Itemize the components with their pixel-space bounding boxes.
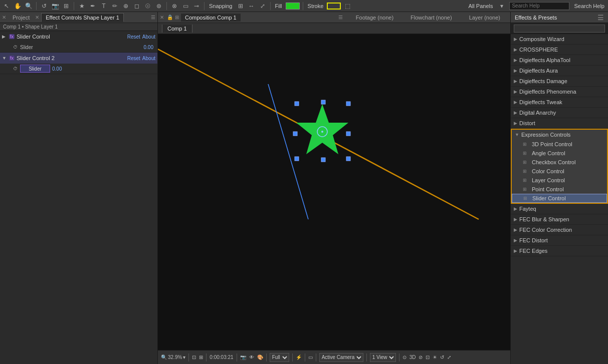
stroke-options-icon[interactable]: ⬚ [343,2,352,11]
pen-tool-icon[interactable]: ✒ [88,2,97,11]
star-shape[interactable] [293,100,350,162]
slider-control-2-about[interactable]: About [142,56,155,61]
eraser-tool-icon[interactable]: ◻ [132,2,141,11]
brush-tool-icon[interactable]: ✏ [110,2,119,11]
cat-damage-header[interactable]: ▶ Digieffects Damage [511,76,608,86]
vc-snapshot-icon[interactable]: 📷 [240,354,246,360]
slider-1-param-value[interactable]: 0.00 [144,45,153,50]
camera-track-icon[interactable]: ⊞ [62,2,71,11]
workspace-chevron-icon[interactable]: ▾ [497,2,506,11]
effect-controls-close-icon[interactable]: ✕ [35,15,39,20]
tab-composition[interactable]: Composition Comp 1 [181,14,241,22]
rect-icon[interactable]: ▭ [181,2,190,11]
cat-fec-blur-header[interactable]: ▶ FEC Blur & Sharpen [511,214,608,224]
tab-effect-controls[interactable]: Effect Controls Shape Layer 1 [41,13,124,22]
slider-1-stopwatch-icon[interactable]: ⏱ [12,44,18,50]
slider-control-1-about[interactable]: About [142,34,155,40]
vc-fit-icon[interactable]: ⊡ [192,354,196,360]
slider-1-expand-icon[interactable]: ▶ [2,34,7,39]
viewport[interactable] [158,34,510,350]
cat-crossphere-header[interactable]: ▶ CROSSPHERE [511,45,608,55]
subtab-footage[interactable]: Footage (none) [348,12,401,23]
text-tool-icon[interactable]: T [99,2,108,11]
vc-pixels-icon[interactable]: ⊡ [426,354,430,360]
vc-reset-icon[interactable]: ↺ [440,354,444,360]
vc-region-icon[interactable]: ▭ [308,354,313,360]
vc-grid-icon[interactable]: ⊞ [199,354,203,360]
vc-views-select[interactable]: 1 View [370,353,396,362]
move-behind-icon[interactable]: ⊗ [170,2,179,11]
comp-view-tab[interactable]: Comp 1 [162,25,192,33]
mask-feather-icon[interactable]: ⊸ [192,2,201,11]
effects-presets-menu-icon[interactable]: ☰ [597,14,604,22]
vc-show-snapshot-icon[interactable]: 👁 [249,354,254,360]
item-color-control[interactable]: ⊞ Color Control [512,167,607,176]
svg-point-2 [321,131,323,133]
vc-render-options-icon[interactable]: ⊙ [402,354,407,360]
left-panel-menu-icon[interactable]: ☰ [151,15,155,20]
snap-target-icon[interactable]: ↔ [247,2,256,11]
snap-source-icon[interactable]: ⤢ [258,2,267,11]
slider-2-expand-icon[interactable]: ▼ [2,56,7,61]
cat-fec-color-header[interactable]: ▶ FEC Color Correction [511,225,608,235]
cat-composite-wizard-header[interactable]: ▶ Composite Wizard [511,34,608,44]
vc-quality-select[interactable]: Full [270,353,289,362]
slider-2-stopwatch-icon[interactable]: ⏱ [12,66,18,72]
vc-exposure-icon[interactable]: ☀ [433,354,437,360]
vc-color-icon[interactable]: 🎨 [257,354,263,360]
fec-color-arrow-icon: ▶ [514,227,517,232]
fill-color-swatch[interactable] [286,3,300,10]
star-tool-icon[interactable]: ★ [77,2,86,11]
vc-camera-select[interactable]: Active Camera [319,353,363,362]
vc-time[interactable]: 0:00:03:21 [210,354,233,360]
slider-2-input[interactable] [20,65,50,73]
vc-3d-icon[interactable]: 3D [410,354,416,360]
zoom-tool-icon[interactable]: 🔍 [24,2,33,11]
lock-icon[interactable]: 🔒 [167,15,173,20]
selection-tool-icon[interactable]: ↖ [2,2,11,11]
vc-expand-icon[interactable]: ⤢ [447,354,451,360]
slider-control-2-header[interactable]: ▼ fx Slider Control 2 Reset About [0,53,157,64]
cat-fayteq-header[interactable]: ▶ Fayteq [511,204,608,214]
vc-transparency-icon[interactable]: ⊘ [419,354,423,360]
cat-distort-header[interactable]: ▶ Distort [511,118,608,128]
vc-fast-preview-icon[interactable]: ⚡ [296,354,302,360]
cat-expression-controls-header[interactable]: ▼ Expression Controls [512,130,607,140]
slider-control-2-reset[interactable]: Reset [127,56,140,61]
item-point-control[interactable]: ⊞ Point Control [512,185,607,194]
snapping-icon[interactable]: ⊞ [236,2,245,11]
slider-control-1-header[interactable]: ▶ fx Slider Control Reset About [0,31,157,42]
vc-zoom[interactable]: 🔍 32.9% ▾ [161,354,185,360]
item-checkbox-control[interactable]: ⊞ Checkbox Control [512,158,607,167]
slider-2-param-value[interactable]: 0.00 [52,66,62,72]
clone-tool-icon[interactable]: ⊕ [121,2,130,11]
cat-digital-anarchy-header[interactable]: ▶ Digital Anarchy [511,108,608,118]
tab-project[interactable]: Project [8,13,34,22]
search-help-input[interactable] [509,2,569,10]
item-angle-control[interactable]: ⊞ Angle Control [512,149,607,158]
item-slider-control[interactable]: ⊞ Slider Control [512,194,607,203]
cat-alphatool-header[interactable]: ▶ Digieffects AlphaTool [511,55,608,65]
comp-close-icon[interactable]: ✕ [160,15,164,20]
cat-phenomena-header[interactable]: ▶ Digieffects Phenomena [511,87,608,97]
cat-tweak-header[interactable]: ▶ Digieffects Tweak [511,97,608,107]
hand-tool-icon[interactable]: ✋ [13,2,22,11]
comp-panel-menu-icon[interactable]: ☰ [338,15,343,20]
subtab-flowchart[interactable]: Flowchart (none) [402,12,460,23]
slider-control-1-reset[interactable]: Reset [127,34,140,40]
item-3d-point[interactable]: ⊞ 3D Point Control [512,140,607,149]
puppet-tool-icon[interactable]: ⊛ [154,2,163,11]
rotate-tool-icon[interactable]: ↺ [40,2,49,11]
effects-search-input[interactable] [514,25,605,33]
solo-icon[interactable]: ⊞ [175,15,179,20]
project-close-icon[interactable]: ✕ [2,15,6,20]
roto-tool-icon[interactable]: ⦾ [143,2,152,11]
camera-orbit-icon[interactable]: 📷 [51,2,60,11]
cat-fec-edges-header[interactable]: ▶ FEC Edges [511,246,608,256]
item-layer-control[interactable]: ⊞ Layer Control [512,176,607,185]
cat-aura-header[interactable]: ▶ Digieffects Aura [511,66,608,76]
cat-fec-distort-header[interactable]: ▶ FEC Distort [511,235,608,245]
alphatool-arrow-icon: ▶ [514,58,517,63]
subtab-layer[interactable]: Layer (none) [461,12,508,23]
stroke-color-swatch[interactable] [327,3,341,10]
